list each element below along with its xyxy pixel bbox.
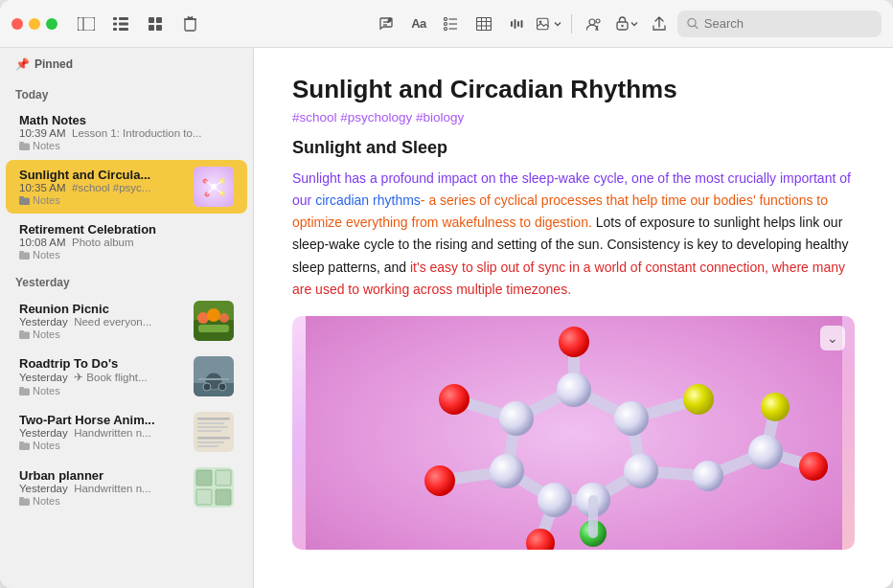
media-button[interactable] <box>535 10 563 38</box>
app-window: Aa <box>0 0 893 588</box>
svg-rect-79 <box>197 426 228 428</box>
note-main-title: Sunlight and Circadian Rhythms <box>292 75 855 104</box>
svg-rect-10 <box>149 25 154 31</box>
svg-rect-66 <box>19 389 30 396</box>
lock-button[interactable] <box>612 10 641 38</box>
svg-point-23 <box>445 27 447 30</box>
svg-point-119 <box>683 384 714 415</box>
note-thumbnail <box>194 301 234 341</box>
list-item[interactable]: Sunlight and Circula... 10:35 AM #school… <box>6 160 247 214</box>
toolbar-right: Aa <box>372 10 882 38</box>
svg-rect-2 <box>113 17 117 20</box>
list-item[interactable]: Urban planner Yesterday Handwritten n...… <box>6 461 247 514</box>
svg-rect-30 <box>511 21 513 27</box>
note-thumbnail <box>194 356 234 396</box>
svg-rect-5 <box>119 22 128 25</box>
yesterday-label: Yesterday <box>0 268 253 293</box>
body-text-blue: circadian rhythms <box>315 192 421 208</box>
collab-button[interactable] <box>580 10 608 38</box>
sidebar-toggle-button[interactable] <box>73 11 100 37</box>
svg-rect-56 <box>19 253 30 260</box>
grid-view-button[interactable] <box>142 11 169 37</box>
svg-line-41 <box>695 26 698 29</box>
list-item[interactable]: Reunion Picnic Yesterday Need everyon...… <box>6 294 247 348</box>
share-button[interactable] <box>645 10 674 38</box>
image-chevron-button[interactable]: ⌄ <box>820 326 845 351</box>
svg-rect-43 <box>19 142 24 144</box>
list-item[interactable]: Math Notes 10:39 AM Lesson 1: Introducti… <box>6 106 247 158</box>
svg-rect-82 <box>197 441 224 443</box>
table-button[interactable] <box>469 10 498 38</box>
note-section-heading: Sunlight and Sleep <box>292 138 855 158</box>
note-info: Sunlight and Circula... 10:35 AM #school… <box>19 168 186 206</box>
sidebar: 📌 Pinned Today Math Notes 10:39 AM Lesso… <box>0 48 254 588</box>
svg-point-72 <box>218 383 226 391</box>
svg-point-65 <box>219 313 229 323</box>
svg-rect-90 <box>216 489 231 505</box>
note-thumbnail <box>194 167 234 207</box>
note-folder: Notes <box>19 440 186 451</box>
svg-point-123 <box>761 393 790 421</box>
note-folder: Notes <box>19 495 186 507</box>
svg-rect-62 <box>198 325 229 332</box>
traffic-lights <box>11 18 57 30</box>
note-title: Math Notes <box>19 113 234 127</box>
svg-rect-87 <box>196 470 212 486</box>
svg-point-111 <box>490 454 524 488</box>
note-title: Reunion Picnic <box>19 302 186 316</box>
list-item[interactable]: Two-Part Horse Anim... Yesterday Handwri… <box>6 405 247 459</box>
fullscreen-button[interactable] <box>46 18 57 30</box>
svg-rect-74 <box>19 443 30 451</box>
svg-rect-7 <box>119 28 128 31</box>
note-thumbnail <box>194 412 234 452</box>
svg-point-109 <box>499 401 534 436</box>
note-title: Urban planner <box>19 468 186 483</box>
delete-button[interactable] <box>176 11 203 37</box>
search-box[interactable] <box>677 11 882 37</box>
note-content: Sunlight and Circadian Rhythms #school #… <box>254 48 893 588</box>
note-info: Roadtrip To Do's Yesterday ✈ Book flight… <box>19 356 186 396</box>
svg-rect-0 <box>78 17 95 31</box>
svg-point-19 <box>445 17 447 20</box>
search-input[interactable] <box>704 16 872 31</box>
note-meta: 10:39 AM Lesson 1: Introduction to... <box>19 127 234 139</box>
checklist-button[interactable] <box>437 10 466 38</box>
svg-rect-44 <box>19 198 30 206</box>
svg-point-64 <box>207 308 220 322</box>
list-item[interactable]: Retirement Celebration 10:08 AM Photo al… <box>6 215 247 267</box>
svg-rect-58 <box>19 332 30 340</box>
format-button[interactable]: Aa <box>404 10 433 38</box>
list-view-button[interactable] <box>107 11 134 37</box>
svg-rect-67 <box>19 387 24 389</box>
svg-rect-77 <box>197 418 230 420</box>
svg-rect-85 <box>19 497 24 499</box>
note-folder: Notes <box>19 249 234 260</box>
today-label: Today <box>0 80 253 105</box>
new-note-button[interactable] <box>372 10 401 38</box>
note-folder: Notes <box>19 328 186 340</box>
svg-rect-59 <box>19 330 24 332</box>
note-meta: 10:08 AM Photo album <box>19 237 234 248</box>
svg-rect-12 <box>185 19 195 31</box>
svg-rect-6 <box>113 28 117 31</box>
close-button[interactable] <box>11 18 23 30</box>
note-meta: 10:35 AM #school #psyc... <box>19 182 186 193</box>
svg-point-121 <box>748 435 783 469</box>
svg-rect-84 <box>19 499 30 507</box>
svg-point-116 <box>439 384 469 415</box>
svg-point-36 <box>589 19 595 25</box>
note-folder: Notes <box>19 140 234 151</box>
search-icon <box>687 17 698 30</box>
note-tags: #school #psychology #biology <box>292 110 855 124</box>
list-item[interactable]: Roadtrip To Do's Yesterday ✈ Book flight… <box>6 350 247 403</box>
minimize-button[interactable] <box>29 18 40 30</box>
note-title: Two-Part Horse Anim... <box>19 413 186 427</box>
note-meta: Yesterday ✈ Book flight... <box>19 371 186 384</box>
svg-point-117 <box>424 465 455 496</box>
svg-point-71 <box>203 383 211 391</box>
svg-rect-45 <box>19 196 24 198</box>
audio-button[interactable] <box>502 10 531 38</box>
note-meta: Yesterday Handwritten n... <box>19 483 186 494</box>
titlebar: Aa <box>0 0 893 48</box>
svg-rect-31 <box>515 19 516 29</box>
